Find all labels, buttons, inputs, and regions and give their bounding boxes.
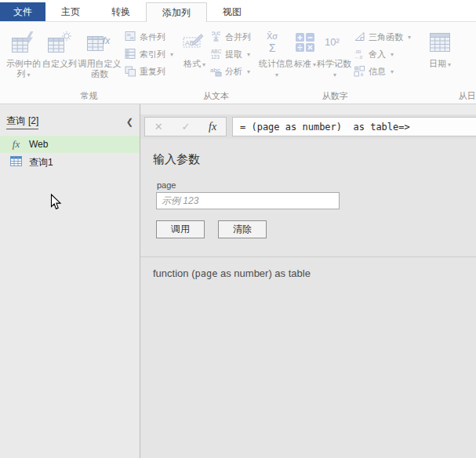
tab-file[interactable]: 文件: [0, 2, 45, 21]
chevron-down-icon: ▾: [247, 68, 250, 75]
table-lightning-icon: [12, 26, 35, 59]
queries-sidebar: 查询[2] ❮ fx Web 查询1: [0, 104, 140, 458]
index-column-icon: [125, 48, 136, 61]
custom-column-button[interactable]: 自定义列: [42, 24, 77, 69]
tab-transform[interactable]: 转换: [96, 2, 146, 21]
svg-text:.00: .00: [354, 49, 362, 53]
queries-count: [2]: [28, 115, 38, 126]
tab-home[interactable]: 主页: [45, 2, 96, 21]
main-panel: ✕ ✓ fx 输入参数 page 调用 清除 function (page as…: [140, 104, 476, 458]
date-button[interactable]: 日期▾: [428, 24, 452, 70]
rounding-button[interactable]: .00→.0 舍入 ▾: [354, 48, 411, 60]
chevron-down-icon: ▾: [170, 51, 173, 58]
function-signature: function (page as number) as table: [140, 257, 476, 279]
svg-text:fx: fx: [103, 35, 111, 46]
page-parameter-label: page: [157, 180, 476, 190]
page-parameter-input[interactable]: [156, 192, 340, 209]
table-fx-icon: fx: [87, 26, 112, 59]
ribbon-group-general: 示例中的列▾ 自定义列 fx 调用自定义函数: [2, 24, 176, 104]
ribbon-tab-bar: 文件 主页 转换 添加列 视图: [0, 0, 476, 22]
statistics-icon: X̄σΣ: [264, 26, 288, 59]
merge-columns-button[interactable]: 合并列: [210, 31, 251, 43]
chevron-down-icon: ▾: [27, 71, 30, 78]
group-label-general: 常规: [5, 90, 173, 104]
ribbon-group-from-text: ABC 格式▾ 合并列 ABC123 提取: [178, 24, 254, 104]
clear-button[interactable]: 清除: [218, 220, 267, 238]
enter-parameters-heading: 输入参数: [153, 152, 476, 167]
extract-button[interactable]: ABC123 提取 ▾: [210, 48, 251, 60]
scientific-icon: 10²: [322, 26, 346, 59]
format-button[interactable]: ABC 格式▾: [181, 24, 208, 70]
chevron-down-icon: ▾: [408, 34, 411, 41]
query-item-query1[interactable]: 查询1: [0, 154, 140, 171]
close-icon[interactable]: ✕: [154, 121, 163, 133]
query-item-web[interactable]: fx Web: [0, 136, 140, 153]
group-label-from-text: 从文本: [181, 90, 251, 104]
conditional-column-button[interactable]: 条件列: [125, 31, 173, 43]
chevron-down-icon: ▾: [448, 61, 451, 68]
rounding-icon: .00→.0: [354, 48, 365, 61]
ribbon-group-from-date: 日期▾ 从日期: [416, 24, 476, 104]
chevron-down-icon: ▾: [202, 61, 205, 68]
merge-columns-icon: [210, 31, 222, 44]
chevron-left-icon[interactable]: ❮: [126, 117, 133, 127]
chevron-down-icon: ▾: [313, 61, 316, 68]
trigonometry-icon: [354, 31, 365, 44]
check-icon[interactable]: ✓: [181, 121, 190, 133]
svg-text:±: ±: [361, 71, 364, 77]
standard-icon: [295, 26, 315, 59]
formula-input[interactable]: [232, 117, 476, 136]
formula-bar-top-strip: [140, 104, 476, 114]
parse-icon: abc: [210, 65, 222, 78]
query-item-label: Web: [29, 139, 48, 150]
chevron-down-icon: ▾: [333, 71, 336, 78]
duplicate-column-icon: [125, 65, 136, 78]
formula-bar: ✕ ✓ fx: [140, 114, 476, 139]
trigonometry-button[interactable]: 三角函数 ▾: [354, 31, 411, 43]
ribbon-group-from-number: X̄σΣ 统计信息▾: [256, 24, 414, 104]
tab-view[interactable]: 视图: [207, 2, 257, 21]
index-column-button[interactable]: 索引列 ▾: [125, 48, 173, 60]
group-label-from-date: 从日期: [428, 90, 476, 104]
signature-param: page: [194, 268, 217, 279]
invoke-button[interactable]: 调用: [156, 220, 205, 238]
chevron-down-icon: ▾: [247, 51, 250, 58]
table-icon: [10, 156, 22, 169]
standard-button[interactable]: 标准▾: [293, 24, 317, 70]
tab-add-column[interactable]: 添加列: [146, 2, 207, 22]
function-icon: fx: [10, 138, 22, 151]
query-item-label: 查询1: [29, 156, 53, 169]
information-button[interactable]: ± 信息 ▾: [354, 65, 411, 78]
table-gear-icon: [48, 26, 71, 59]
chevron-down-icon: ▾: [391, 51, 394, 58]
duplicate-column-button[interactable]: 重复列: [125, 65, 173, 78]
svg-text:X̄σ: X̄σ: [267, 31, 278, 41]
chevron-down-icon: ▾: [275, 71, 278, 78]
column-from-examples-button[interactable]: 示例中的列▾: [5, 24, 42, 80]
formula-bar-buttons: ✕ ✓ fx: [144, 117, 227, 136]
chevron-down-icon: ▾: [391, 68, 394, 75]
fx-icon[interactable]: fx: [209, 121, 216, 133]
parameter-panel: 输入参数 page 调用 清除: [140, 139, 476, 238]
group-label-from-number: 从数字: [259, 90, 411, 104]
statistics-button[interactable]: X̄σΣ 统计信息▾: [259, 24, 293, 80]
extract-icon: ABC123: [210, 48, 222, 61]
information-icon: ±: [354, 65, 365, 78]
queries-pane-title: 查询[2]: [6, 114, 38, 129]
format-icon: ABC: [183, 26, 206, 59]
power-query-window: 文件 主页 转换 添加列 视图 示例中的列▾: [0, 0, 476, 458]
svg-text:123: 123: [211, 54, 220, 60]
conditional-column-icon: [125, 31, 136, 44]
svg-text:ABC: ABC: [211, 49, 222, 54]
scientific-button[interactable]: 10² 科学记数▾: [317, 24, 351, 80]
date-calendar-icon: [428, 26, 452, 59]
parse-button[interactable]: abc 分析 ▾: [210, 65, 251, 78]
svg-text:→.0: →.0: [354, 54, 363, 59]
ribbon: 示例中的列▾ 自定义列 fx 调用自定义函数: [0, 22, 476, 104]
invoke-custom-function-button[interactable]: fx 调用自定义函数: [77, 24, 122, 79]
svg-text:Σ: Σ: [269, 42, 276, 54]
svg-text:10²: 10²: [325, 36, 340, 48]
